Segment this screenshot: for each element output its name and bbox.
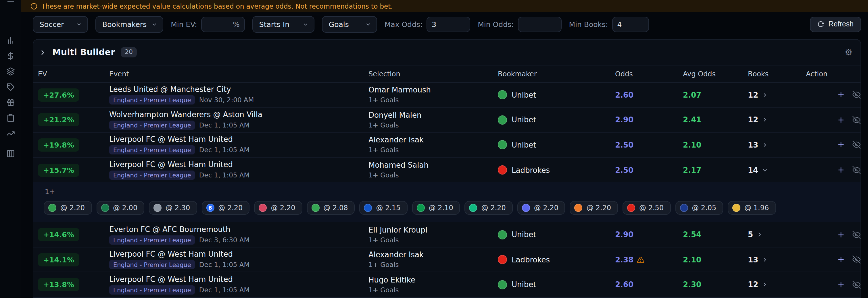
action-cell — [804, 280, 861, 289]
bookmaker-odds-chip[interactable]: @ 2.15 — [360, 201, 408, 215]
books-cell[interactable]: 5 — [746, 230, 804, 239]
chevron-right-icon[interactable] — [39, 48, 46, 56]
market-select[interactable]: Goals — [322, 16, 377, 32]
sport-select[interactable]: Soccer — [33, 16, 88, 32]
books-cell[interactable]: 12 — [746, 280, 804, 289]
table-row[interactable]: +13.8% Liverpool FC @ West Ham United En… — [33, 272, 861, 297]
starts-in-select[interactable]: Starts In — [252, 16, 314, 32]
bookmaker-odds-chip[interactable]: @ 2.50 — [623, 201, 671, 215]
bookmaker-odds-chip[interactable]: @ 1.96 — [728, 201, 776, 215]
bookmaker-odds-chip[interactable]: @ 2.20 — [44, 201, 92, 215]
add-to-multi-icon[interactable] — [837, 91, 845, 99]
ev-badge: +27.6% — [38, 89, 79, 102]
hide-icon[interactable] — [852, 280, 861, 289]
hide-icon[interactable] — [852, 166, 861, 174]
books-cell[interactable]: 14 — [746, 166, 804, 174]
refresh-button[interactable]: Refresh — [810, 16, 861, 32]
hide-icon[interactable] — [852, 256, 861, 264]
sidebar-item-trends[interactable] — [2, 126, 19, 141]
sidebar-item-money[interactable] — [2, 48, 19, 64]
bookmaker-odds-chip[interactable]: @ 2.10 — [412, 201, 460, 215]
odds-value[interactable]: 2.90 — [613, 116, 681, 124]
selection-market: 1+ Goals — [369, 96, 496, 104]
odds-cell-with-warning[interactable]: 2.38 — [613, 255, 681, 264]
bookmaker-icon — [498, 230, 507, 239]
min-odds-input[interactable] — [523, 20, 556, 28]
hide-icon[interactable] — [852, 141, 861, 149]
min-ev-inputbox: % — [201, 16, 245, 32]
books-count: 14 — [748, 166, 758, 174]
odds-value[interactable]: 2.90 — [613, 230, 681, 239]
odds-value[interactable]: 2.60 — [613, 91, 681, 99]
sidebar-item-promos[interactable] — [2, 79, 19, 95]
bookmaker-odds-chip[interactable]: @ 2.30 — [149, 201, 197, 215]
sidebar-item-bonuses[interactable] — [2, 95, 19, 110]
books-cell[interactable]: 13 — [746, 141, 804, 149]
hide-icon[interactable] — [852, 116, 861, 124]
bookmaker-odds-chip[interactable]: @ 2.20 — [570, 201, 618, 215]
bookmaker-icon — [364, 204, 372, 212]
bookmaker-name: Ladbrokes — [512, 255, 550, 264]
chip-odds: @ 2.00 — [113, 204, 137, 212]
league-badge: England - Premier League — [109, 121, 195, 130]
event-name: Liverpool FC @ West Ham United — [109, 160, 366, 169]
odds-value[interactable]: 2.50 — [613, 166, 681, 174]
add-to-multi-icon[interactable] — [837, 280, 845, 289]
books-cell[interactable]: 13 — [746, 255, 804, 264]
add-to-multi-icon[interactable] — [837, 166, 845, 174]
max-odds-label: Max Odds: — [384, 20, 423, 28]
table-row[interactable]: +21.2% Wolverhampton Wanderers @ Aston V… — [33, 108, 861, 133]
hide-icon[interactable] — [852, 91, 861, 99]
sidebar-item-bets[interactable] — [2, 110, 19, 126]
sidebar-item-odds-table[interactable] — [2, 146, 19, 161]
multi-builder-header[interactable]: Multi Builder 20 ⚙ — [33, 40, 861, 65]
bookmakers-select[interactable]: Bookmakers — [95, 16, 163, 32]
table-row[interactable]: +27.6% Leeds United @ Manchester City En… — [33, 83, 861, 108]
avg-odds-value: 2.41 — [681, 116, 746, 124]
bookmaker-odds-chip[interactable]: @ 2.20 — [465, 201, 513, 215]
hide-icon[interactable] — [852, 231, 861, 239]
event-name: Liverpool FC @ West Ham United — [109, 275, 366, 284]
sidebar — [0, 0, 21, 298]
sidebar-item-multis[interactable] — [2, 64, 19, 79]
event-date: Nov 30, 2:00 AM — [199, 96, 254, 104]
bookmaker-odds-chip[interactable]: @ 2.20 — [254, 201, 302, 215]
min-books-input[interactable] — [617, 20, 644, 28]
add-to-multi-icon[interactable] — [837, 231, 845, 239]
event-name: Everton FC @ AFC Bournemouth — [109, 225, 366, 233]
max-odds-input[interactable] — [432, 20, 465, 28]
bar-chart-icon — [6, 36, 15, 45]
min-ev-input[interactable] — [206, 20, 230, 28]
bookmaker-icon — [498, 115, 507, 125]
bookmaker-odds-chip[interactable]: B@ 2.20 — [202, 201, 249, 215]
sidebar-item-menu[interactable] — [2, 0, 19, 4]
market-select-value: Goals — [329, 20, 361, 28]
chevron-right-icon — [762, 117, 768, 123]
bookmaker-odds-chip[interactable]: @ 2.08 — [307, 201, 355, 215]
table-row[interactable]: +19.8% Liverpool FC @ West Ham United En… — [33, 133, 861, 158]
books-cell[interactable]: 12 — [746, 91, 804, 99]
books-cell[interactable]: 12 — [746, 116, 804, 124]
bookmaker-odds-chip[interactable]: @ 2.00 — [96, 201, 144, 215]
table-row[interactable]: +14.6% Everton FC @ AFC Bournemouth Engl… — [33, 223, 861, 247]
add-to-multi-icon[interactable] — [837, 116, 845, 124]
add-to-multi-icon[interactable] — [837, 141, 845, 149]
sidebar-item-stats[interactable] — [2, 33, 19, 48]
min-books-inputbox — [612, 16, 649, 32]
table-columns-icon — [6, 149, 15, 158]
odds-value[interactable]: 2.60 — [613, 280, 681, 289]
avg-odds-value: 2.30 — [681, 280, 746, 289]
books-count: 12 — [748, 116, 758, 124]
chevron-right-icon — [762, 256, 768, 263]
bookmaker-odds-chip[interactable]: @ 2.05 — [675, 201, 723, 215]
min-ev-suffix: % — [233, 20, 240, 28]
table-row[interactable]: +14.1% Liverpool FC @ West Ham United En… — [33, 247, 861, 272]
bookmaker-odds-chip[interactable]: @ 2.20 — [517, 201, 565, 215]
gear-icon[interactable]: ⚙ — [845, 48, 852, 57]
books-count: 13 — [748, 255, 758, 264]
odds-value[interactable]: 2.50 — [613, 141, 681, 149]
add-to-multi-icon[interactable] — [837, 256, 845, 264]
table-row[interactable]: +15.7% Liverpool FC @ West Ham United En… — [33, 158, 861, 182]
chip-odds: @ 2.20 — [271, 204, 295, 212]
books-count: 12 — [748, 91, 758, 99]
